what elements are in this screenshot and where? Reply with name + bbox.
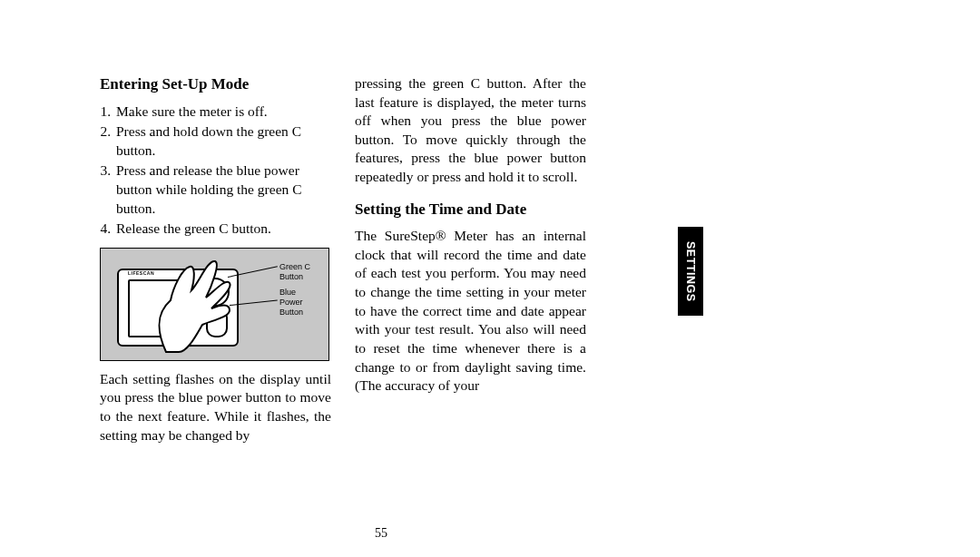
left-column: Entering Set-Up Mode Make sure the meter… <box>100 74 331 445</box>
brand-label: LIFESCAN <box>128 270 154 277</box>
figure-label-blue-power: Blue Power Button <box>279 288 303 318</box>
step-3: Press and release the blue power button … <box>114 161 331 218</box>
page-number: 55 <box>0 526 871 541</box>
time-date-paragraph: The SureStep® Meter has an internal cloc… <box>355 227 586 395</box>
step-4: Release the green C button. <box>114 220 331 239</box>
step-1: Make sure the meter is off. <box>114 103 331 122</box>
heading-time-and-date: Setting the Time and Date <box>355 200 586 220</box>
section-tab-settings: SETTINGS <box>678 227 703 316</box>
setup-steps-list: Make sure the meter is off. Press and ho… <box>100 103 331 239</box>
heading-entering-setup: Entering Set-Up Mode <box>100 74 331 95</box>
figure-label-line: Power <box>279 298 303 307</box>
green-c-button-icon <box>201 278 230 307</box>
blue-power-button-icon <box>206 308 228 337</box>
figure-label-line: Blue <box>279 288 296 297</box>
two-column-layout: Entering Set-Up Mode Make sure the meter… <box>0 74 681 445</box>
post-figure-paragraph: Each setting flashes on the display unti… <box>100 370 331 445</box>
meter-illustration: LIFESCAN Green C Button Blue Power Butto <box>100 248 329 361</box>
figure-label-green-c: Green C Button <box>279 262 328 283</box>
meter-device-outline: LIFESCAN <box>117 269 239 347</box>
meter-screen-icon <box>128 279 188 337</box>
continuation-paragraph: pressing the green C button. After the l… <box>355 74 586 187</box>
right-column: pressing the green C button. After the l… <box>355 74 586 445</box>
figure-label-line: Button <box>279 308 303 317</box>
step-2: Press and hold down the green C button. <box>114 122 331 160</box>
manual-page: Entering Set-Up Mode Make sure the meter… <box>0 0 980 557</box>
